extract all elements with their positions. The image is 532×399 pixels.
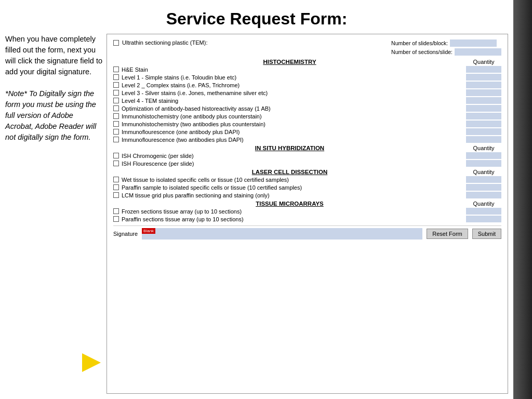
right-border [513,0,532,399]
signature-label: Signature [113,231,138,237]
laser-qty-0[interactable] [466,176,501,183]
main-content: Service Request Form: When you have comp… [0,0,513,399]
histo-item-1: Level 1 - Simple stains (i.e. Toloudin b… [113,74,501,81]
laser-item-0: Wet tissue to isolated specific cells or… [113,176,501,183]
num-sections-row: Number of sections/slide: [391,48,501,56]
histo-cb-5[interactable] [113,105,119,111]
tissue-item-0: Frozen sections tissue array (up to 10 s… [113,208,501,215]
arrow-area [82,353,101,372]
tissue-section-header: TISSUE MICROARRAYS [256,201,324,207]
laser-qty-label: Quantity [466,169,501,175]
histo-section-header: HISTOCHEMISTRY [263,59,316,65]
top-label: Ultrathin sectioning plastic (TEM): [122,39,207,46]
laser-item-2: LCM tissue grid plus paraffin sectioning… [113,192,501,198]
num-sections-input[interactable] [455,48,501,56]
sidebar-italic-text: *Note* To Digitally sign the form you mu… [5,88,102,143]
histo-qty-1[interactable] [466,74,501,81]
histo-item-6: Immunohistochemistry (one antibody plus … [113,113,501,119]
top-checkbox[interactable] [113,40,119,46]
laser-cb-0[interactable] [113,177,119,182]
histo-qty-0[interactable] [466,66,501,73]
laser-cb-2[interactable] [113,192,119,198]
histo-qty-2[interactable] [466,82,501,88]
yellow-arrow-icon [82,353,101,372]
laser-header-row: LASER CELL DISSECTION Quantity [113,169,501,175]
histo-qty-6[interactable] [466,113,501,119]
histo-qty-8[interactable] [466,128,501,135]
histo-item-3: Level 3 - Silver stains (i.e. Jones, met… [113,89,501,96]
insitu-cb-0[interactable] [113,153,119,158]
histo-item-9: Immunoflourescence (two antibodies plus … [113,136,501,143]
sidebar: When you have completely filled out the … [5,34,107,394]
histo-cb-8[interactable] [113,129,119,135]
histo-cb-3[interactable] [113,90,119,96]
tissue-cb-0[interactable] [113,208,119,214]
content-area: When you have completely filled out the … [0,34,513,399]
tissue-header-row: TISSUE MICROARRAYS Quantity [113,201,501,207]
histo-item-2: Level 2 _ Complex stains (i.e. PAS, Tric… [113,82,501,88]
page-wrapper: Service Request Form: When you have comp… [0,0,532,399]
laser-qty-2[interactable] [466,192,501,198]
laser-qty-1[interactable] [466,184,501,191]
num-sections-label: Number of sections/slide: [391,49,453,55]
histo-cb-7[interactable] [113,121,119,127]
tissue-cb-1[interactable] [113,216,119,222]
form-top-left: Ultrathin sectioning plastic (TEM): [113,39,391,46]
insitu-header-row: IN SITU HYBRIDIZATION Quantity [113,145,501,151]
insitu-cb-1[interactable] [113,161,119,166]
num-slides-label: Number of slides/block: [391,40,448,46]
histo-item-0: H&E Stain [113,66,501,73]
histo-item-5: Optimization of antibody-based historeac… [113,105,501,112]
tissue-item-1: Paraffin sections tissue array (up to 10… [113,216,501,222]
num-slides-row: Number of slides/block: [391,39,501,47]
laser-section-header: LASER CELL DISSECTION [252,169,327,175]
insitu-qty-label: Quantity [466,145,501,151]
form-container: Ultrathin sectioning plastic (TEM): Numb… [107,34,508,394]
signature-field[interactable]: Blank [142,228,422,240]
histo-cb-2[interactable] [113,82,119,88]
signature-bar: Signature Blank Reset Form Submit [113,225,501,240]
histo-cb-0[interactable] [113,66,119,72]
insitu-qty-1[interactable] [466,160,501,167]
insitu-item-0: ISH Chromogenic (per slide) [113,152,501,159]
num-slides-input[interactable] [450,39,497,47]
tissue-qty-1[interactable] [466,216,501,222]
tissue-qty-label: Quantity [466,201,501,207]
insitu-item-1: ISH Flourescence (per slide) [113,160,501,167]
histo-qty-4[interactable] [466,97,501,104]
insitu-section-header: IN SITU HYBRIDIZATION [255,145,324,151]
tissue-qty-0[interactable] [466,208,501,215]
histo-qty-label: Quantity [466,59,501,65]
histo-qty-3[interactable] [466,89,501,96]
histo-header-row: HISTOCHEMISTRY Quantity [113,59,501,65]
form-top-right: Number of slides/block: Number of sectio… [391,39,501,56]
histo-qty-7[interactable] [466,121,501,127]
laser-cb-1[interactable] [113,184,119,190]
histo-cb-6[interactable] [113,113,119,119]
histo-item-7: Immunohistochemistry (two antibodies plu… [113,121,501,127]
histo-cb-9[interactable] [113,137,119,142]
submit-button[interactable]: Submit [472,229,501,239]
reset-button[interactable]: Reset Form [427,229,468,239]
histo-item-8: Immunoflourescence (one antibody plus DA… [113,128,501,135]
histo-cb-1[interactable] [113,74,119,80]
histo-qty-9[interactable] [466,136,501,143]
histo-cb-4[interactable] [113,98,119,103]
laser-item-1: Paraffin sample to isolated specific cel… [113,184,501,191]
histo-qty-5[interactable] [466,105,501,112]
insitu-qty-0[interactable] [466,152,501,159]
page-title: Service Request Form: [0,0,513,34]
sidebar-normal-text: When you have completely filled out the … [5,34,102,77]
form-top-section: Ultrathin sectioning plastic (TEM): Numb… [113,39,501,56]
required-badge: Blank [142,228,155,234]
histo-item-4: Level 4 - TEM staining [113,97,501,104]
